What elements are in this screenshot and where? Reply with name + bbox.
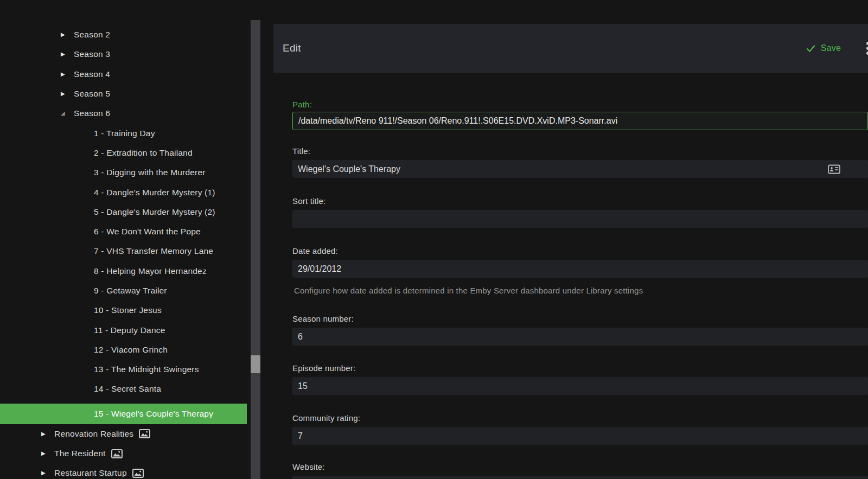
metadata-editor-panel: Edit Save Path:/data/media/tv/Reno 911!/… bbox=[273, 0, 868, 479]
tree-item-episode[interactable]: 10 - Stoner Jesus bbox=[0, 301, 247, 320]
tree-item-episode[interactable]: 7 - VHS Transfer Memory Lane bbox=[0, 241, 247, 261]
tree-item-label: 7 - VHS Transfer Memory Lane bbox=[94, 246, 213, 256]
expand-arrow-icon[interactable]: ▶ bbox=[61, 32, 74, 37]
tree-item-episode[interactable]: 4 - Dangle's Murder Mystery (1) bbox=[0, 182, 247, 202]
tree-item-label: Renovation Realities bbox=[54, 429, 133, 439]
tree-item-episode[interactable]: 6 - We Don't Want the Pope bbox=[0, 222, 247, 241]
community-rating-input[interactable]: 7 bbox=[292, 427, 868, 445]
field-season-number: Season number:6 bbox=[292, 314, 868, 346]
date-added-input[interactable]: 29/01/2012 bbox=[292, 260, 868, 278]
input-value: 6 bbox=[298, 332, 303, 342]
tree-item-season[interactable]: ◢Season 6 bbox=[0, 104, 247, 123]
contact-card-icon[interactable] bbox=[828, 164, 840, 174]
tree-item-label: Season 2 bbox=[74, 30, 110, 40]
field-label: Sort title: bbox=[292, 196, 868, 206]
field-helper-text: Configure how date added is determined i… bbox=[292, 286, 868, 295]
image-badge-icon bbox=[111, 449, 123, 458]
expand-arrow-icon[interactable]: ▶ bbox=[61, 52, 74, 57]
input-value: 15 bbox=[298, 381, 308, 391]
tree-item-episode[interactable]: 9 - Getaway Trailer bbox=[0, 281, 247, 301]
tree-item-label: 3 - Digging with the Murderer bbox=[94, 168, 206, 177]
tree-item-label: Season 4 bbox=[74, 69, 110, 79]
path-input[interactable]: /data/media/tv/Reno 911!/Season 06/Reno.… bbox=[292, 112, 868, 130]
field-episode-number: Episode number:15 bbox=[292, 363, 868, 395]
field-label: Path: bbox=[292, 100, 868, 110]
tree-item-show[interactable]: ▶The Resident bbox=[0, 444, 247, 463]
field-label: Website: bbox=[292, 462, 868, 472]
sort-title-input[interactable] bbox=[292, 210, 868, 228]
tree-item-season[interactable]: ▶Season 4 bbox=[0, 65, 247, 84]
episode-number-input[interactable]: 15 bbox=[292, 377, 868, 395]
tree-item-episode[interactable]: 3 - Digging with the Murderer bbox=[0, 163, 247, 182]
tree-scrollbar-thumb[interactable] bbox=[251, 355, 260, 373]
field-date-added: Date added:29/01/2012Configure how date … bbox=[292, 246, 868, 295]
tree-item-episode[interactable]: 14 - Secret Santa bbox=[0, 379, 247, 399]
tree-item-label: 9 - Getaway Trailer bbox=[94, 286, 167, 296]
editor-header: Edit Save bbox=[273, 24, 868, 73]
field-label: Date added: bbox=[292, 246, 868, 256]
tree-item-episode[interactable]: 12 - Viacom Grinch bbox=[0, 340, 247, 360]
field-community-rating: Community rating:7 bbox=[292, 413, 868, 445]
tree-item-label: 6 - We Don't Want the Pope bbox=[94, 227, 201, 237]
expand-arrow-icon[interactable]: ▶ bbox=[41, 470, 54, 476]
page-title: Edit bbox=[283, 42, 301, 54]
field-label: Season number: bbox=[292, 314, 868, 324]
tree-item-label: 10 - Stoner Jesus bbox=[94, 305, 162, 315]
tree-item-label: 8 - Helping Mayor Hernandez bbox=[94, 266, 207, 276]
more-menu-button[interactable] bbox=[865, 42, 868, 55]
tree-item-season[interactable]: ▶Season 5 bbox=[0, 84, 247, 104]
title-input[interactable]: Wiegel's Couple's Therapy bbox=[292, 160, 868, 178]
tree-item-label: Season 5 bbox=[74, 89, 110, 99]
tree-item-episode[interactable]: 1 - Training Day bbox=[0, 123, 247, 143]
tree-item-episode[interactable]: 8 - Helping Mayor Hernandez bbox=[0, 261, 247, 281]
collapse-arrow-icon[interactable]: ◢ bbox=[61, 111, 74, 116]
tree-item-label: 5 - Dangle's Murder Mystery (2) bbox=[94, 207, 215, 217]
tree-item-label: 4 - Dangle's Murder Mystery (1) bbox=[94, 188, 215, 197]
field-label: Title: bbox=[292, 146, 868, 156]
image-badge-icon bbox=[139, 429, 150, 438]
tree-item-label: Season 3 bbox=[74, 49, 110, 59]
check-icon bbox=[806, 43, 816, 54]
tree-item-episode[interactable]: 5 - Dangle's Murder Mystery (2) bbox=[0, 202, 247, 222]
field-title: Title:Wiegel's Couple's Therapy bbox=[292, 146, 868, 178]
edit-form: Path:/data/media/tv/Reno 911!/Season 06/… bbox=[273, 73, 868, 479]
tree-item-episode[interactable]: 11 - Deputy Dance bbox=[0, 320, 247, 340]
tree-item-label: The Resident bbox=[54, 449, 106, 458]
field-label: Episode number: bbox=[292, 363, 868, 373]
input-value: /data/media/tv/Reno 911!/Season 06/Reno.… bbox=[298, 116, 617, 126]
field-sort-title: Sort title: bbox=[292, 196, 868, 228]
tree-item-episode[interactable]: 15 - Wiegel's Couple's Therapy bbox=[0, 404, 247, 424]
save-button-label: Save bbox=[821, 43, 841, 53]
input-value: Wiegel's Couple's Therapy bbox=[298, 164, 400, 174]
tree-item-label: Season 6 bbox=[74, 108, 110, 118]
library-tree: ▶Season 2▶Season 3▶Season 4▶Season 5◢Sea… bbox=[0, 0, 247, 479]
image-badge-icon bbox=[132, 469, 144, 478]
tree-scrollbar-track[interactable] bbox=[251, 20, 260, 479]
tree-item-label: 15 - Wiegel's Couple's Therapy bbox=[94, 409, 213, 419]
tree-item-label: 1 - Training Day bbox=[94, 129, 155, 138]
tree-item-label: Restaurant Startup bbox=[54, 468, 127, 478]
tree-item-label: 14 - Secret Santa bbox=[94, 384, 161, 394]
tree-item-show[interactable]: ▶Restaurant Startup bbox=[0, 463, 247, 479]
tree-item-episode[interactable]: 13 - The Midnight Swingers bbox=[0, 360, 247, 379]
expand-arrow-icon[interactable]: ▶ bbox=[41, 451, 54, 456]
season-number-input[interactable]: 6 bbox=[292, 328, 868, 346]
expand-arrow-icon[interactable]: ▶ bbox=[61, 91, 74, 97]
expand-arrow-icon[interactable]: ▶ bbox=[41, 431, 54, 437]
tree-item-show[interactable]: ▶Renovation Realities bbox=[0, 424, 247, 444]
field-website: Website: bbox=[292, 462, 868, 479]
tree-item-label: 11 - Deputy Dance bbox=[94, 325, 165, 335]
field-path: Path:/data/media/tv/Reno 911!/Season 06/… bbox=[292, 100, 868, 130]
input-value: 29/01/2012 bbox=[298, 264, 341, 274]
tree-item-season[interactable]: ▶Season 3 bbox=[0, 44, 247, 64]
website-input[interactable] bbox=[292, 476, 868, 479]
tree-item-label: 2 - Extradition to Thailand bbox=[94, 148, 193, 158]
input-value: 7 bbox=[298, 431, 303, 441]
tree-item-label: 13 - The Midnight Swingers bbox=[94, 365, 199, 374]
expand-arrow-icon[interactable]: ▶ bbox=[61, 72, 74, 77]
tree-item-label: 12 - Viacom Grinch bbox=[94, 345, 168, 355]
tree-item-episode[interactable]: 2 - Extradition to Thailand bbox=[0, 143, 247, 163]
tree-item-season[interactable]: ▶Season 2 bbox=[0, 25, 247, 44]
field-label: Community rating: bbox=[292, 413, 868, 423]
save-button[interactable]: Save bbox=[806, 24, 841, 73]
